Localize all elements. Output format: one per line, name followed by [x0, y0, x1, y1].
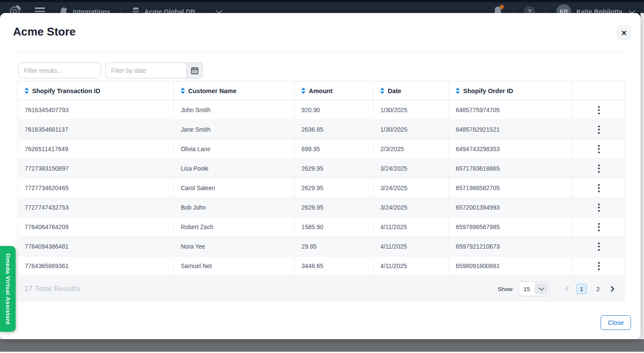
cell-amount: 699.95 — [294, 139, 373, 159]
filter-results-input[interactable] — [18, 62, 101, 78]
table-row: 7764064764209 Robert Zach 1585.90 4/11/2… — [17, 217, 625, 237]
cell-transaction-id: 7727734620465 — [18, 178, 174, 198]
column-header-order-id[interactable]: Shopify Order ID — [449, 81, 572, 100]
title-divider — [13, 52, 628, 53]
table-row: 7764094386481 Nora Yee 29.85 4/11/2025 6… — [17, 237, 625, 256]
total-results: 17 Total Results — [24, 285, 80, 293]
column-header-transaction-id[interactable]: Shopify Transaction ID — [18, 81, 174, 100]
cell-customer-name: Lisa Poole — [174, 159, 294, 178]
cell-transaction-id: 7616354681137 — [18, 120, 174, 139]
cell-amount: 2629.95 — [294, 198, 373, 217]
table-row: 7626511417649 Olivia Lane 699.95 2/3/202… — [17, 139, 625, 159]
virtual-assistant-tab[interactable]: Omeda Virtual Assistant — [0, 246, 16, 332]
calendar-icon[interactable] — [186, 62, 203, 78]
cell-order-id: 6572001394993 — [449, 198, 572, 217]
page-number-1[interactable]: 1 — [576, 284, 587, 294]
cell-actions — [572, 100, 626, 120]
cell-order-id: 6597921210673 — [449, 237, 572, 256]
sort-icon — [455, 87, 460, 94]
cell-customer-name: Robert Zach — [174, 217, 294, 236]
cell-date: 4/11/2025 — [373, 217, 449, 236]
page-size-select[interactable]: 15 — [518, 282, 550, 296]
table-body: 7616345407793 John Smith 920.90 1/30/202… — [17, 100, 625, 276]
row-actions-kebab-icon[interactable] — [595, 201, 602, 214]
row-actions-kebab-icon[interactable] — [595, 162, 602, 175]
show-label: Show: — [497, 286, 514, 292]
row-actions-kebab-icon[interactable] — [595, 142, 602, 156]
table-row: 7764365869361 Samuel Net 3448.65 4/11/20… — [17, 256, 625, 276]
row-actions-kebab-icon[interactable] — [595, 104, 602, 117]
cell-transaction-id: 7764094386481 — [18, 237, 174, 256]
table-row: 7727747432753 Bob John 2629.95 3/24/2025… — [17, 198, 625, 217]
backdrop-right — [641, 13, 644, 339]
cell-date: 4/11/2025 — [373, 237, 449, 256]
table-header: Shopify Transaction ID Customer Name Amo… — [17, 81, 625, 100]
cell-actions — [572, 217, 626, 236]
modal-title: Acme Store — [13, 25, 76, 39]
cell-amount: 2629.95 — [294, 159, 373, 178]
cell-order-id: 6571783618865 — [449, 159, 572, 178]
page-size-value: 15 — [519, 286, 535, 292]
next-page-icon[interactable] — [609, 285, 616, 293]
cell-transaction-id: 7616345407793 — [18, 100, 174, 120]
cell-amount: 2629.95 — [294, 178, 373, 198]
cell-transaction-id: 7764064764209 — [18, 217, 174, 236]
column-header-date[interactable]: Date — [373, 81, 449, 100]
cell-transaction-id: 7727747432753 — [18, 198, 174, 217]
cell-customer-name: Jane Smith — [174, 120, 294, 139]
cell-customer-name: Carol Saleen — [174, 178, 294, 198]
row-actions-kebab-icon[interactable] — [595, 123, 602, 136]
modal-close-icon[interactable]: ✕ — [617, 26, 631, 40]
sort-icon — [24, 87, 29, 94]
column-header-actions — [572, 81, 626, 100]
cell-actions — [572, 256, 626, 275]
cell-amount: 920.90 — [294, 100, 373, 120]
column-header-customer-name[interactable]: Customer Name — [174, 81, 294, 100]
cell-date: 1/30/2025 — [373, 120, 449, 139]
row-actions-kebab-icon[interactable] — [595, 259, 602, 273]
cell-customer-name: Samuel Net — [174, 256, 294, 275]
cell-order-id: 6571988582705 — [449, 178, 572, 198]
cell-date: 3/24/2025 — [373, 198, 449, 217]
cell-transaction-id: 7764365869361 — [18, 256, 174, 275]
sort-icon — [180, 87, 185, 94]
cell-amount: 2636.85 — [294, 120, 373, 139]
table-row: 7727734620465 Carol Saleen 2629.95 3/24/… — [17, 178, 625, 198]
cell-date: 2/3/2025 — [373, 139, 449, 159]
row-actions-kebab-icon[interactable] — [595, 181, 602, 195]
cell-order-id: 6485775974705 — [449, 100, 572, 120]
screen: Integrations Acme Global DB — [0, 0, 644, 353]
prev-page-icon[interactable] — [564, 285, 570, 293]
cell-customer-name: John Smith — [174, 100, 294, 120]
cell-amount: 1585.90 — [294, 217, 373, 236]
cell-actions — [572, 178, 626, 198]
column-header-amount[interactable]: Amount — [294, 81, 373, 100]
table-row: 7616345407793 John Smith 920.90 1/30/202… — [17, 100, 625, 120]
cell-date: 4/11/2025 — [373, 256, 449, 275]
cell-customer-name: Olivia Lane — [174, 139, 294, 159]
cell-date: 3/24/2025 — [373, 178, 449, 198]
pagination: 1 2 — [564, 284, 616, 294]
cell-transaction-id: 7626511417649 — [18, 139, 174, 159]
cell-order-id: 6597898567985 — [449, 217, 572, 236]
cell-amount: 3448.65 — [294, 256, 373, 275]
table-row: 7616354681137 Jane Smith 2636.85 1/30/20… — [17, 120, 625, 139]
close-button[interactable]: Close — [601, 315, 631, 330]
cell-customer-name: Nora Yee — [174, 237, 294, 256]
cell-order-id: 6598091800881 — [449, 256, 572, 275]
cell-actions — [572, 237, 626, 256]
cell-date: 1/30/2025 — [373, 100, 449, 120]
acme-store-modal: Acme Store ✕ Shopify Transaction ID — [0, 13, 641, 339]
cell-order-id: 6485782921521 — [449, 120, 572, 139]
cell-order-id: 6494743298353 — [449, 139, 572, 159]
cell-transaction-id: 7727383150897 — [18, 159, 174, 178]
table-row: 7727383150897 Lisa Poole 2629.95 3/24/20… — [17, 159, 625, 178]
row-actions-kebab-icon[interactable] — [595, 240, 602, 253]
transactions-table: Shopify Transaction ID Customer Name Amo… — [17, 81, 625, 276]
sort-icon — [380, 87, 385, 94]
cell-amount: 29.85 — [294, 237, 373, 256]
page-number-2[interactable]: 2 — [593, 284, 603, 294]
row-actions-kebab-icon[interactable] — [595, 220, 602, 234]
chevron-down-icon — [535, 283, 548, 295]
cell-date: 3/24/2025 — [373, 159, 449, 178]
